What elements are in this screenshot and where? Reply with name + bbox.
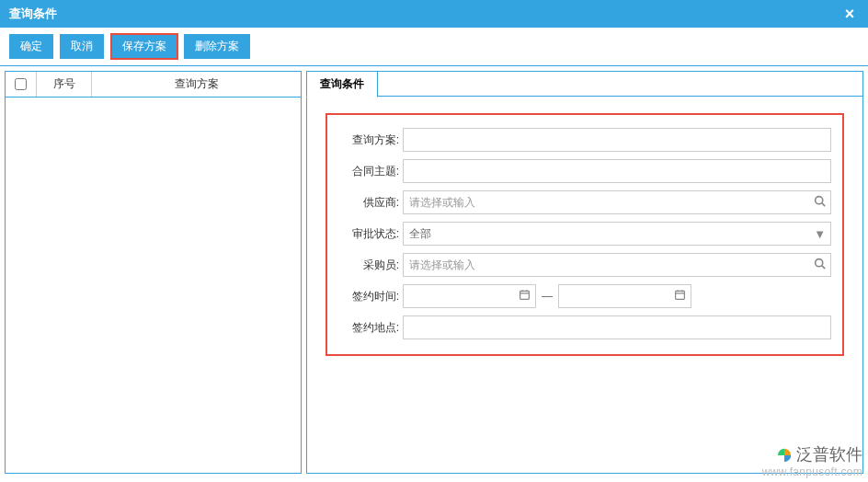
brand-logo-icon <box>776 447 793 464</box>
close-icon[interactable]: × <box>840 0 859 28</box>
plan-list-panel: 序号 查询方案 <box>5 71 302 474</box>
brand-name: 泛普软件 <box>796 445 862 465</box>
content-area: 序号 查询方案 查询条件 查询方案: 合同主题: 供应商: <box>0 66 868 478</box>
subject-input[interactable] <box>403 159 831 183</box>
cancel-button[interactable]: 取消 <box>60 34 104 59</box>
brand-url: www.fanpusoft.com <box>762 465 862 478</box>
header-checkbox-cell <box>6 72 37 97</box>
header-plan-name: 查询方案 <box>92 72 301 97</box>
buyer-input[interactable] <box>403 253 831 277</box>
date-separator: — <box>540 290 554 303</box>
label-plan: 查询方案: <box>338 132 403 148</box>
plan-list-header: 序号 查询方案 <box>6 72 301 98</box>
label-approval: 审批状态: <box>338 226 403 242</box>
supplier-input[interactable] <box>403 190 831 214</box>
delete-plan-button[interactable]: 删除方案 <box>184 34 250 59</box>
dialog-title: 查询条件 <box>9 0 57 28</box>
condition-panel: 查询条件 查询方案: 合同主题: 供应商: <box>306 71 863 474</box>
label-buyer: 采购员: <box>338 258 403 273</box>
titlebar: 查询条件 × <box>0 0 868 28</box>
condition-form: 查询方案: 合同主题: 供应商: <box>326 113 844 356</box>
label-subject: 合同主题: <box>338 164 403 179</box>
label-supplier: 供应商: <box>338 195 403 211</box>
plan-input[interactable] <box>403 128 831 152</box>
header-seq: 序号 <box>37 72 92 97</box>
tab-conditions[interactable]: 查询条件 <box>306 71 378 98</box>
approval-select[interactable] <box>403 222 831 246</box>
confirm-button[interactable]: 确定 <box>9 34 53 59</box>
select-all-checkbox[interactable] <box>15 78 27 90</box>
sign-place-input[interactable] <box>403 316 831 339</box>
label-sign-time: 签约时间: <box>338 289 403 304</box>
label-sign-place: 签约地点: <box>338 320 403 336</box>
save-plan-button[interactable]: 保存方案 <box>111 34 177 59</box>
sign-date-to[interactable] <box>558 284 691 308</box>
toolbar: 确定 取消 保存方案 删除方案 <box>0 28 868 66</box>
watermark: 泛普软件 www.fanpusoft.com <box>762 445 862 478</box>
sign-date-from[interactable] <box>403 284 536 308</box>
